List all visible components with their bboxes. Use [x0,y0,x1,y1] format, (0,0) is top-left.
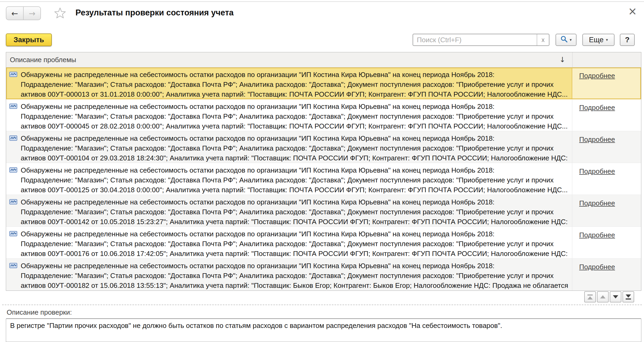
check-description-label: Описание проверки: [7,308,72,317]
close-icon[interactable]: × [628,6,637,16]
problem-line-1: Обнаружены не распределенные на себестои… [21,197,572,207]
problem-line-2: Подразделение: "Магазин"; Статья расходо… [21,207,572,217]
chart-icon [9,72,17,78]
problem-line-2: Подразделение: "Магазин"; Статья расходо… [21,239,572,249]
search-input[interactable] [413,34,537,45]
problem-line-1: Обнаружены не распределенные на себестои… [21,165,572,175]
table-row[interactable]: Обнаружены не распределенные на себестои… [6,131,641,163]
problem-line-1: Обнаружены не распределенные на себестои… [21,261,572,271]
table-header-row[interactable]: Описание проблемы ↓ [6,52,641,67]
back-button[interactable]: ← [6,7,24,20]
problem-line-3: активов 00УТ-000013 от 31.01.2018 0:00:0… [21,89,572,99]
detail-cell: Подробнее [572,99,641,131]
problem-text: Обнаружены не распределенные на себестои… [21,261,572,290]
check-description-field[interactable]: В регистре "Партии прочих расходов" не д… [6,318,641,342]
detail-cell: Подробнее [572,131,641,163]
close-button[interactable]: Закрыть [6,33,52,46]
sort-descending-icon: ↓ [559,52,566,67]
table-row[interactable]: Обнаружены не распределенные на себестои… [6,195,641,227]
scroll-to-top-icon[interactable] [584,291,596,302]
detail-link[interactable]: Подробнее [579,72,615,80]
search-clear-icon[interactable]: x [537,34,549,45]
problem-text: Обнаружены не распределенные на себестои… [21,134,572,163]
problem-description-cell[interactable]: Обнаружены не распределенные на себестои… [6,99,572,131]
problem-description-cell[interactable]: Обнаружены не распределенные на себестои… [6,163,572,195]
help-button[interactable]: ? [620,34,635,46]
problem-line-3: активов 00УТ-000182 от 15.06.2018 13:55:… [21,281,572,290]
history-nav-group: ← → [6,6,41,20]
detail-link[interactable]: Подробнее [579,135,615,143]
detail-cell: Подробнее [572,259,641,290]
problem-line-3: активов 00УТ-000104 от 29.03.2018 18:24:… [21,153,572,163]
problem-line-1: Обнаружены не распределенные на себестои… [21,70,572,80]
problem-text: Обнаружены не распределенные на себестои… [21,102,572,131]
more-button-label: Еще [589,36,604,44]
problem-description-cell[interactable]: Обнаружены не распределенные на себестои… [6,131,572,163]
chevron-down-icon: ▾ [570,37,572,42]
table-pager [584,291,634,302]
page-title: Результаты проверки состояния учета [75,8,234,18]
table-row[interactable]: Обнаружены не распределенные на себестои… [6,227,641,259]
window-top-edge [0,1,644,2]
section-divider [2,305,642,305]
favorite-star-icon[interactable] [54,7,66,19]
problem-description-cell[interactable]: Обнаружены не распределенные на себестои… [6,67,572,99]
problem-line-1: Обнаружены не распределенные на себестои… [21,134,572,143]
problems-table: Описание проблемы ↓ Обнаружены не распре… [6,52,641,291]
chart-icon [9,199,17,206]
problem-description-cell[interactable]: Обнаружены не распределенные на себестои… [6,227,572,258]
chart-icon [9,135,17,142]
table-body: Обнаружены не распределенные на себестои… [6,67,641,290]
chevron-down-icon: ▾ [606,37,608,42]
problem-description-cell[interactable]: Обнаружены не распределенные на себестои… [6,195,572,226]
search-button[interactable]: ▾ [556,34,577,46]
more-button[interactable]: Еще ▾ [582,34,615,46]
detail-link[interactable]: Подробнее [579,104,615,112]
search-box: x [413,34,549,46]
table-row[interactable]: Обнаружены не распределенные на себестои… [6,67,641,99]
problem-line-3: активов 00УТ-000125 от 30.04.2018 0:00:0… [21,185,572,195]
problem-text: Обнаружены не распределенные на себестои… [21,165,572,195]
problem-text: Обнаружены не распределенные на себестои… [21,70,572,99]
detail-link[interactable]: Подробнее [579,263,615,271]
chart-icon [9,263,17,269]
magnifier-icon [560,35,568,45]
problem-line-3: активов 00УТ-000176 от 10.06.2018 17:42:… [21,249,572,258]
detail-link[interactable]: Подробнее [579,231,615,239]
scroll-down-icon[interactable] [610,291,621,302]
problem-line-3: активов 00УТ-000045 от 28.02.2018 0:00:0… [21,121,572,131]
table-row[interactable]: Обнаружены не распределенные на себестои… [6,259,641,290]
problem-line-2: Подразделение: "Магазин"; Статья расходо… [21,143,572,153]
detail-cell: Подробнее [572,195,641,226]
detail-link[interactable]: Подробнее [579,199,615,207]
problem-text: Обнаружены не распределенные на себестои… [21,197,572,226]
detail-cell: Подробнее [572,67,641,99]
problem-line-2: Подразделение: "Магазин"; Статья расходо… [21,80,572,89]
scroll-to-bottom-icon[interactable] [622,291,634,302]
column-header-problem-description[interactable]: Описание проблемы [6,56,76,64]
problem-line-1: Обнаружены не распределенные на себестои… [21,102,572,112]
table-row[interactable]: Обнаружены не распределенные на себестои… [6,99,641,131]
problem-line-2: Подразделение: "Магазин"; Статья расходо… [21,112,572,121]
detail-link[interactable]: Подробнее [579,167,615,175]
problem-text: Обнаружены не распределенные на себестои… [21,229,572,258]
detail-cell: Подробнее [572,227,641,258]
chart-icon [9,167,17,174]
column-separator [572,52,573,67]
scroll-up-icon[interactable] [597,291,609,302]
detail-cell: Подробнее [572,163,641,195]
problem-line-1: Обнаружены не распределенные на себестои… [21,229,572,239]
problem-line-3: активов 00УТ-000142 от 10.05.2018 15:23:… [21,217,572,226]
forward-button[interactable]: → [24,7,40,20]
problem-description-cell[interactable]: Обнаружены не распределенные на себестои… [6,259,572,290]
chart-icon [9,231,17,237]
table-row[interactable]: Обнаружены не распределенные на себестои… [6,163,641,195]
chart-icon [9,104,17,110]
problem-line-2: Подразделение: "Магазин"; Статья расходо… [21,175,572,185]
problem-line-2: Подразделение: "Магазин"; Статья расходо… [21,271,572,281]
